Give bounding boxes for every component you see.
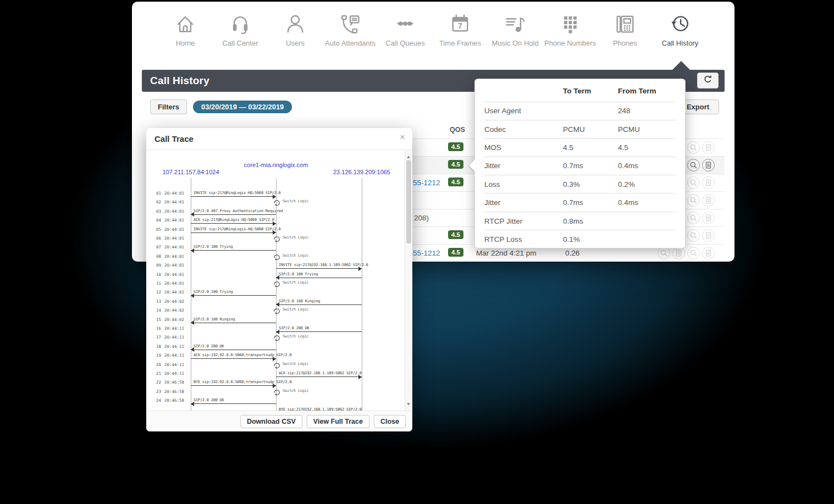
- qos-to-term-value: 0.7ms: [563, 193, 618, 212]
- search-icon[interactable]: [687, 159, 700, 171]
- call-queues-icon: [378, 7, 433, 39]
- home-icon: [158, 7, 213, 39]
- nav-item-label: Phone Numbers: [543, 39, 598, 48]
- nav-item-label: Users: [268, 39, 323, 48]
- diagram-scrollbar[interactable]: [405, 151, 412, 411]
- trace-row-time: 20:44:02: [164, 317, 184, 322]
- row-actions: [687, 141, 715, 154]
- call-detail-icon[interactable]: [702, 159, 715, 171]
- nav-item-label: Call Center: [213, 39, 268, 48]
- nav-item-phones[interactable]: Phones: [598, 7, 653, 64]
- nav-item-label: Auto Attendants: [323, 39, 378, 48]
- trace-row-number: 13: [156, 299, 161, 304]
- trace-row-time: 20:44:11: [164, 353, 184, 358]
- switch-logic-loop-icon: [273, 198, 281, 207]
- row-actions: [687, 212, 715, 224]
- phone-number-link[interactable]: 55-1212: [413, 249, 440, 257]
- search-icon[interactable]: [687, 194, 700, 207]
- search-icon[interactable]: [687, 176, 700, 189]
- message-line: [276, 331, 362, 332]
- filters-button[interactable]: Filters: [150, 99, 187, 114]
- call-center-icon: [213, 7, 268, 39]
- switch-logic-label: Switch Logic: [283, 199, 309, 203]
- refresh-icon: [703, 75, 713, 86]
- trace-row-number: 06: [156, 236, 161, 241]
- qos-col-to-term: To Term: [563, 80, 618, 102]
- nav-item-music-on-hold[interactable]: Music On Hold: [488, 7, 543, 64]
- qos-score-badge[interactable]: 4.5: [448, 248, 463, 257]
- nav-item-call-history[interactable]: Call History: [653, 7, 708, 64]
- trace-row-number: 18: [156, 344, 161, 349]
- message-line: [276, 376, 362, 377]
- qos-to-term-value: [563, 102, 618, 120]
- qos-to-term-value: 4.5: [563, 139, 618, 157]
- qos-col-spacer: [484, 80, 563, 102]
- call-detail-icon[interactable]: [702, 141, 715, 154]
- call-detail-icon[interactable]: [702, 229, 715, 242]
- switch-logic-loop-icon: [273, 235, 281, 243]
- trace-row-time: 20:44:01: [164, 254, 184, 259]
- arrowhead: [273, 357, 276, 361]
- action-icon[interactable]: [658, 247, 670, 259]
- scroll-up-arrow[interactable]: [407, 154, 410, 158]
- qos-popover-row: Jitter0.7ms0.4ms: [484, 157, 676, 175]
- qos-score-badge[interactable]: 4.5: [448, 178, 463, 186]
- switch-logic-label: Switch Logic: [283, 307, 309, 312]
- qos-metric-label: MOS: [484, 139, 563, 157]
- nav-item-users[interactable]: Users: [268, 7, 323, 64]
- arrowhead: [273, 384, 276, 388]
- phone-number-link[interactable]: 55-1212: [413, 179, 440, 187]
- popover-arrow: [469, 159, 475, 171]
- trace-row-number: 12: [156, 290, 161, 295]
- endpoint-left: 107.211.157.84:1024: [162, 169, 219, 175]
- qos-score-badge[interactable]: 4.5: [448, 160, 463, 169]
- call-trace-modal-footer: Download CSV View Full Trace Close: [146, 411, 412, 431]
- qos-from-term-value: 0.2%: [618, 175, 676, 193]
- nav-item-time-frames[interactable]: 7Time Frames: [433, 7, 488, 64]
- search-icon[interactable]: [687, 247, 700, 259]
- qos-from-term-value: 248: [618, 102, 676, 120]
- qos-metric-label: Jitter: [484, 157, 563, 175]
- close-button[interactable]: Close: [374, 415, 406, 428]
- arrowhead: [191, 402, 194, 406]
- view-full-trace-button[interactable]: View Full Trace: [307, 415, 369, 428]
- search-icon[interactable]: [687, 212, 700, 224]
- call-detail-icon[interactable]: [702, 194, 715, 207]
- qos-score-badge[interactable]: 4.5: [448, 230, 463, 239]
- sip-message: SIP/2.0 100 Trying: [279, 272, 318, 276]
- nav-item-call-queues[interactable]: Call Queues: [378, 7, 433, 64]
- close-icon[interactable]: ×: [400, 132, 405, 142]
- call-trace-modal-header: Call Trace ×: [146, 128, 412, 150]
- trace-row-time: 20:44:01: [164, 245, 184, 250]
- scroll-down-arrow[interactable]: [407, 403, 410, 407]
- search-icon[interactable]: [687, 141, 700, 154]
- call-trace-diagram: core1-mia.ringlogix.com107.211.157.84:10…: [146, 151, 412, 411]
- trace-row-number: 11: [156, 281, 161, 286]
- nav-item-home[interactable]: Home: [158, 7, 213, 64]
- call-detail-icon[interactable]: [702, 176, 715, 189]
- sip-message: ACK sip:217@192.168.1.109:5062 SIP/2.0: [279, 371, 362, 375]
- nav-item-phone-numbers[interactable]: Phone Numbers: [543, 7, 598, 64]
- call-detail-icon[interactable]: [702, 212, 715, 224]
- page-title: Call History: [142, 75, 209, 87]
- arrowhead: [273, 230, 276, 235]
- trace-row-number: 15: [156, 317, 161, 322]
- message-line: [191, 385, 276, 386]
- call-detail-icon[interactable]: [702, 247, 715, 259]
- action-icon[interactable]: [672, 247, 685, 259]
- arrowhead: [191, 212, 194, 217]
- message-line: [191, 223, 276, 224]
- qos-to-term-value: 0.1%: [563, 230, 618, 248]
- date-range-pill[interactable]: 03/20/2019 — 03/22/2019: [193, 101, 292, 113]
- trace-row-number: 10: [156, 272, 161, 277]
- search-icon[interactable]: [687, 229, 700, 242]
- trace-row-number: 17: [156, 335, 161, 340]
- refresh-button[interactable]: [697, 73, 719, 88]
- message-line: [191, 295, 276, 296]
- trace-row-number: 14: [156, 308, 161, 313]
- qos-score-badge[interactable]: 4.5: [448, 142, 463, 151]
- scrollbar-thumb[interactable]: [406, 160, 411, 243]
- nav-item-auto-attendants[interactable]: Auto Attendants: [323, 7, 378, 64]
- nav-item-call-center[interactable]: Call Center: [213, 7, 268, 64]
- download-csv-button[interactable]: Download CSV: [240, 415, 302, 428]
